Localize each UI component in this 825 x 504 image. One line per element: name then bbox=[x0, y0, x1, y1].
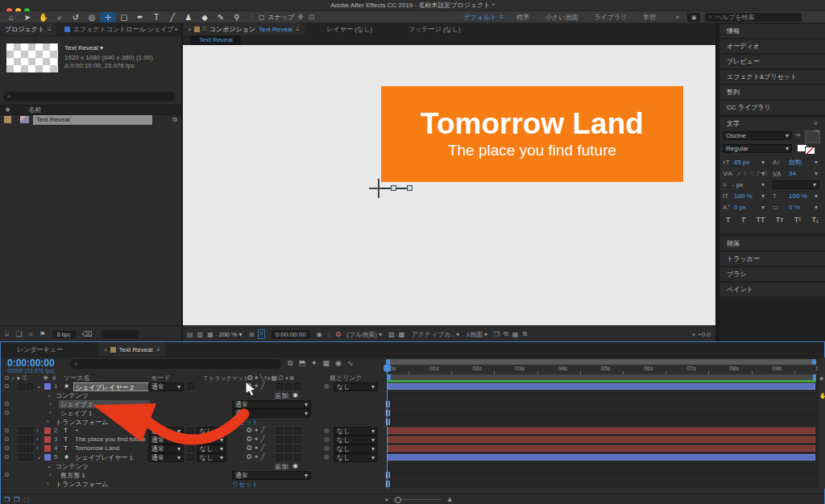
eye-icon[interactable]: ⊙ bbox=[4, 382, 10, 390]
work-area-end-handle[interactable] bbox=[813, 374, 816, 380]
timeline-zoom-slider[interactable] bbox=[393, 499, 442, 500]
parent-dropdown[interactable]: なし▾ bbox=[334, 382, 378, 391]
timeline-row[interactable]: ⌄コンテンツ追加: ◉ bbox=[1, 462, 386, 471]
switch-cell[interactable] bbox=[276, 383, 283, 390]
flowchart-icon[interactable]: ⧉ bbox=[172, 116, 177, 124]
switch-cell[interactable] bbox=[276, 428, 283, 434]
panel-section-header[interactable]: エフェクト&プリセット bbox=[719, 70, 825, 84]
timeline-toggle-icon[interactable]: ✦ bbox=[311, 359, 317, 368]
snapshot-icon[interactable]: ◉ bbox=[317, 331, 322, 338]
layer-switches[interactable]: ✪✦╱ bbox=[247, 436, 266, 443]
tsume-value[interactable]: 0 % bbox=[789, 204, 800, 212]
channels-icon[interactable]: ❂ bbox=[336, 331, 342, 338]
close-icon[interactable]: × bbox=[188, 26, 192, 33]
track-row[interactable] bbox=[386, 462, 818, 471]
label-column-icon[interactable]: ❖ bbox=[5, 106, 10, 114]
new-composition-icon[interactable]: ⌗ bbox=[28, 330, 32, 339]
navigator-end-handle[interactable] bbox=[812, 359, 816, 365]
switch-cell[interactable] bbox=[294, 436, 301, 443]
transform-label[interactable]: トランスフォーム bbox=[56, 418, 108, 427]
trash-icon[interactable]: ⌫ bbox=[82, 330, 93, 338]
switch-cell[interactable] bbox=[276, 445, 283, 452]
font-style-dropdown[interactable]: Regular▾ bbox=[723, 144, 792, 153]
track-row[interactable] bbox=[386, 400, 818, 409]
tab-effect-controls[interactable]: エフェクトコントロール シェイプ bbox=[73, 25, 174, 34]
pen-tool-icon[interactable]: ✒ bbox=[132, 12, 148, 23]
eye-icon[interactable]: ⊙ bbox=[4, 409, 10, 416]
lock-icon[interactable]: ⚿ bbox=[202, 25, 207, 33]
timeline-row[interactable]: ⊙›4TTomorrow Land通常▾なし▾✪✦╱◎なし▾ bbox=[1, 444, 386, 453]
track-row[interactable] bbox=[386, 444, 818, 453]
lock-cell[interactable] bbox=[27, 445, 33, 452]
eye-icon[interactable]: ⊙ bbox=[4, 436, 10, 443]
panel-menu-icon[interactable]: ≡ bbox=[296, 26, 300, 33]
timeline-row[interactable]: ⊙›長方形 1通常▾ bbox=[1, 471, 386, 480]
rectangle-tool-icon[interactable]: ▢ bbox=[116, 12, 132, 23]
expander-icon[interactable]: ⌄ bbox=[36, 382, 42, 390]
layer-switches[interactable]: ✪✦╱ bbox=[247, 427, 266, 434]
trkmat-cell[interactable] bbox=[188, 436, 194, 443]
expander-icon[interactable]: › bbox=[47, 480, 49, 487]
trkmat-cell[interactable] bbox=[188, 428, 194, 434]
parent-column-label[interactable]: 親とリンク bbox=[330, 374, 363, 382]
timeline-row[interactable]: ›トランスフォームリセット bbox=[1, 480, 386, 489]
transform-label[interactable]: トランスフォーム bbox=[56, 480, 108, 489]
eye-column-icon[interactable]: ⊙ bbox=[4, 374, 10, 382]
brush-tool-icon[interactable]: ╱ bbox=[164, 12, 180, 23]
track-row[interactable] bbox=[386, 382, 818, 391]
snap-align-icon[interactable]: ✥ bbox=[297, 13, 304, 21]
tab-render-queue[interactable]: レンダーキュー bbox=[17, 345, 63, 354]
expander-icon[interactable]: › bbox=[49, 471, 52, 478]
rotation-tool-icon[interactable]: ↺ bbox=[68, 12, 84, 23]
mute-cell[interactable] bbox=[19, 436, 25, 443]
stroke-style-dropdown[interactable]: ▾ bbox=[773, 180, 819, 189]
expander-icon[interactable]: › bbox=[36, 427, 39, 434]
switch-cell[interactable] bbox=[285, 428, 292, 434]
property-name[interactable]: シェイプ 1 bbox=[59, 409, 92, 418]
leading-value[interactable]: 自動 bbox=[789, 159, 802, 167]
trkmat-cell[interactable] bbox=[188, 445, 194, 452]
comp-button-icon[interactable]: ✋ bbox=[819, 393, 825, 399]
name-column-label[interactable]: 名前 bbox=[28, 105, 41, 114]
camera-tool-icon[interactable]: ◎ bbox=[84, 12, 100, 23]
mute-cell[interactable] bbox=[19, 454, 25, 461]
viewer-timecode[interactable]: 0:00:00:00 bbox=[272, 330, 310, 339]
switch-cell[interactable] bbox=[276, 436, 283, 443]
project-settings-icon[interactable]: ⚑ bbox=[39, 330, 46, 338]
tab-composition[interactable]: × ⚿ コンポジション Text Reveal ≡ bbox=[183, 23, 305, 35]
eye-icon[interactable]: ⊙ bbox=[4, 453, 10, 461]
eye-icon[interactable]: ⊙ bbox=[4, 444, 10, 452]
timeline-row[interactable]: ⊙⌄1★シェイプレイヤー 2通常▾✪✦╱◎なし▾ bbox=[1, 382, 386, 391]
switch-cell[interactable] bbox=[285, 445, 292, 452]
workspace-tab[interactable]: 標準 bbox=[516, 13, 529, 22]
mode-dropdown[interactable]: 通常▾ bbox=[148, 444, 184, 453]
zoom-slider-knob[interactable] bbox=[395, 497, 401, 503]
tab-timeline-comp[interactable]: × Text Reveal ≡ bbox=[99, 342, 165, 357]
track-row[interactable] bbox=[386, 436, 818, 444]
eyedropper-icon[interactable]: ✑ bbox=[795, 131, 802, 139]
panel-section-header[interactable]: 整列 bbox=[719, 85, 825, 99]
layer-name[interactable]: Tomorrow Land bbox=[75, 444, 119, 452]
mode-dropdown[interactable]: 通常▾ bbox=[148, 436, 184, 444]
timeline-toggle-icon[interactable]: ⧉ bbox=[288, 359, 292, 368]
stroke-color-swatch[interactable] bbox=[805, 147, 815, 155]
tab-overflow-icon[interactable]: » bbox=[175, 26, 178, 33]
project-item-name[interactable]: Text Reveal bbox=[33, 115, 152, 125]
layer-color-chip[interactable] bbox=[44, 383, 51, 390]
switch-cell[interactable] bbox=[294, 428, 301, 434]
switch-cell[interactable] bbox=[294, 445, 301, 452]
source-column-label[interactable]: ソース名 bbox=[64, 374, 89, 382]
comp-name[interactable]: Text Reveal ▾ bbox=[64, 44, 103, 52]
expander-icon[interactable]: › bbox=[49, 409, 52, 416]
baseline-shift-value[interactable]: 0 px bbox=[734, 204, 746, 212]
current-timecode[interactable]: 0:00:00:00 bbox=[7, 357, 55, 369]
timeline-row[interactable]: ›トランスフォームリセット bbox=[1, 418, 386, 427]
pickwhip-icon[interactable]: ◎ bbox=[324, 436, 330, 443]
mute-cell[interactable] bbox=[19, 383, 25, 390]
main-display-icon[interactable]: ▥ bbox=[197, 331, 204, 338]
trkmat-column-label[interactable]: T トラックマット bbox=[204, 374, 249, 382]
pickwhip-icon[interactable]: ◎ bbox=[324, 382, 330, 390]
switch-cell[interactable] bbox=[285, 383, 292, 390]
new-folder-icon[interactable]: ❏ bbox=[15, 330, 22, 338]
tab-layer[interactable]: レイヤー (なし) bbox=[327, 25, 373, 34]
